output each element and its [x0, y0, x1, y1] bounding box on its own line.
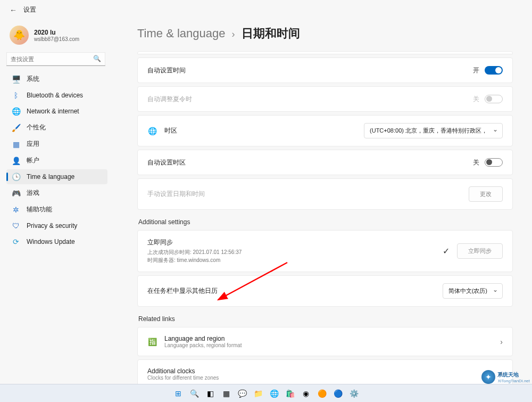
toggle-state-text: 关 [473, 158, 479, 167]
nav-label: 应用 [27, 140, 39, 149]
watermark: ✦ 系统天地 XiTongTianDi.net [481, 370, 530, 384]
watermark-line1: 系统天地 [497, 371, 530, 379]
sidebar-item-4[interactable]: ▦应用 [6, 136, 107, 152]
sidebar-item-7[interactable]: 🎮游戏 [6, 185, 107, 201]
watermark-logo: ✦ [481, 370, 495, 384]
sync-title: 立即同步 [147, 238, 242, 247]
explorer-icon[interactable]: 📁 [252, 387, 264, 400]
link-language-region[interactable]: 🈯 Language and region Language packs, re… [137, 327, 513, 356]
sidebar-item-1[interactable]: ᛒBluetooth & devices [6, 88, 107, 103]
settings-taskbar-icon[interactable]: ⚙️ [347, 387, 360, 400]
sidebar-item-10[interactable]: ⟳Windows Update [6, 234, 107, 249]
chevron-right-icon: › [232, 29, 235, 40]
store-icon[interactable]: 🛍️ [284, 387, 296, 400]
setting-label: 自动设置时区 [147, 158, 186, 167]
auto-time-toggle[interactable] [485, 66, 503, 75]
timezone-select[interactable]: (UTC+08:00) 北京，重庆，香港特别行政区， [364, 123, 503, 138]
nav-icon: ⟳ [12, 237, 20, 246]
profile-block[interactable]: 🐥 2020 lu wslbb87@163.com [6, 22, 107, 52]
app-icon[interactable]: 🟠 [315, 387, 328, 400]
nav-icon: 🌐 [12, 107, 20, 116]
auto-tz-toggle[interactable] [485, 158, 503, 167]
link-subtitle: Clocks for different time zones [147, 375, 219, 381]
search-box[interactable]: 🔍 [6, 52, 107, 66]
nav-icon: 🛡 [12, 221, 20, 230]
main-content: Time & language › 日期和时间 自动设置时间 开 自动调整夏令时… [137, 26, 513, 381]
setting-label: 时区 [164, 126, 177, 135]
nav-icon: 🎮 [12, 189, 20, 198]
breadcrumb: Time & language › 日期和时间 [137, 26, 513, 42]
sidebar-item-5[interactable]: 👤帐户 [6, 153, 107, 168]
nav-icon: 🖌️ [12, 124, 20, 132]
sidebar-item-8[interactable]: ✲辅助功能 [6, 202, 107, 217]
breadcrumb-parent[interactable]: Time & language [137, 27, 226, 40]
nav-label: Privacy & security [27, 222, 77, 229]
task-view-icon[interactable]: ◧ [204, 387, 217, 400]
profile-name: 2020 lu [34, 29, 79, 36]
start-button[interactable]: ⊞ [172, 387, 185, 400]
section-additional-settings: Additional settings [138, 218, 513, 226]
chat-icon[interactable]: 💬 [236, 387, 248, 400]
setting-label: 自动设置时间 [147, 66, 186, 75]
setting-label: 自动调整夏令时 [147, 95, 192, 104]
chrome-icon[interactable]: ◉ [300, 387, 312, 400]
sync-server: 时间服务器: time.windows.com [147, 256, 242, 264]
calendar-value: 简体中文(农历) [448, 288, 487, 294]
profile-email: wslbb87@163.com [34, 36, 79, 42]
globe-icon: 🌐 [147, 127, 157, 135]
nav-label: Network & internet [27, 108, 79, 115]
page-title: 日期和时间 [242, 26, 300, 42]
widgets-icon[interactable]: ▦ [220, 387, 232, 400]
sidebar: 🐥 2020 lu wslbb87@163.com 🔍 🖥️系统ᛒBluetoo… [0, 19, 112, 249]
setting-manual-datetime: 手动设置日期和时间 更改 [137, 178, 513, 210]
dst-toggle [485, 95, 503, 103]
link-title: Additional clocks [147, 367, 219, 375]
sidebar-item-6[interactable]: 🕒Time & language [6, 169, 107, 184]
nav-label: Windows Update [27, 238, 75, 245]
timezone-value: (UTC+08:00) 北京，重庆，香港特别行政区， [370, 127, 487, 134]
setting-timezone: 🌐 时区 (UTC+08:00) 北京，重庆，香港特别行政区， [137, 115, 513, 146]
nav-icon: 🕒 [12, 173, 20, 181]
setting-auto-time: 自动设置时间 开 [137, 58, 513, 83]
nav-label: 游戏 [27, 188, 39, 198]
section-related-links: Related links [138, 315, 513, 323]
nav-label: 帐户 [27, 156, 39, 165]
taskbar: ⊞ 🔍 ◧ ▦ 💬 📁 🌐 🛍️ ◉ 🟠 🔵 ⚙️ [0, 384, 532, 402]
change-button: 更改 [469, 186, 503, 202]
sidebar-item-9[interactable]: 🛡Privacy & security [6, 218, 107, 233]
app-title: 设置 [23, 5, 36, 14]
sync-last-success: 上次成功同步时间: 2021.07.01 12:56:37 [147, 248, 242, 256]
nav-label: 系统 [27, 75, 39, 84]
search-icon: 🔍 [93, 55, 101, 62]
sidebar-item-2[interactable]: 🌐Network & internet [6, 104, 107, 119]
toggle-state-text: 开 [473, 66, 479, 75]
link-title: Language and region [164, 335, 242, 342]
nav-icon: ᛒ [12, 91, 20, 100]
watermark-line2: XiTongTianDi.net [497, 379, 530, 383]
setting-label: 手动设置日期和时间 [147, 190, 205, 199]
sidebar-item-0[interactable]: 🖥️系统 [6, 71, 107, 87]
language-icon: 🈯 [147, 338, 157, 346]
chevron-right-icon: › [500, 338, 503, 346]
nav-icon: 🖥️ [12, 75, 20, 84]
app-icon-2[interactable]: 🔵 [331, 387, 344, 400]
nav-label: 辅助功能 [27, 205, 52, 214]
nav-icon: 👤 [12, 157, 20, 165]
toggle-state-text: 关 [473, 95, 479, 104]
edge-icon[interactable]: 🌐 [268, 387, 280, 400]
sidebar-item-3[interactable]: 🖌️个性化 [6, 120, 107, 135]
nav-icon: ▦ [12, 140, 20, 149]
search-taskbar-icon[interactable]: 🔍 [188, 387, 201, 400]
setting-auto-tz: 自动设置时区 关 [137, 150, 513, 175]
sync-now-button[interactable]: 立即同步 [457, 243, 503, 259]
back-button[interactable]: ← [10, 6, 17, 14]
nav-icon: ✲ [12, 206, 20, 214]
setting-dst: 自动调整夏令时 关 [137, 86, 513, 112]
setting-label: 在任务栏中显示其他日历 [147, 286, 218, 296]
avatar: 🐥 [10, 26, 29, 45]
nav-label: 个性化 [27, 123, 46, 132]
search-input[interactable] [6, 52, 105, 66]
calendar-select[interactable]: 简体中文(农历) [443, 283, 503, 299]
nav-label: Time & language [27, 173, 74, 181]
nav-label: Bluetooth & devices [27, 92, 83, 99]
